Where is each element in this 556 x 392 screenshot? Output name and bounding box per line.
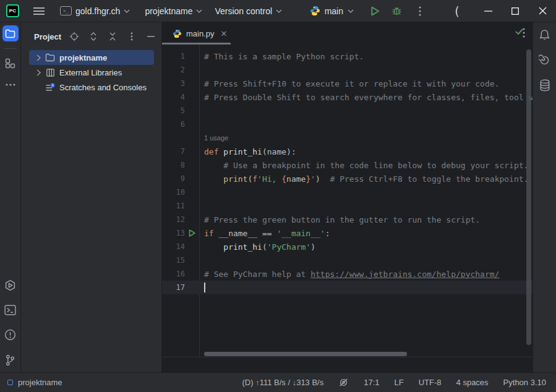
line-number[interactable]: 14 bbox=[162, 242, 185, 251]
tree-item-scratches[interactable]: Scratches and Consoles bbox=[21, 80, 161, 95]
code-area[interactable]: 1# This is a sample Python script.23# Pr… bbox=[162, 45, 532, 372]
line-number[interactable]: 17 bbox=[162, 283, 185, 292]
line-separator-widget[interactable]: LF bbox=[395, 378, 404, 387]
git-tool-button[interactable] bbox=[5, 354, 15, 366]
problems-icon bbox=[4, 329, 16, 341]
more-actions-button[interactable] bbox=[410, 2, 430, 20]
tree-item-projektname[interactable]: projektname bbox=[21, 50, 161, 65]
code-line-text[interactable]: # Press Shift+F10 to execute it or repla… bbox=[199, 79, 532, 88]
maximize-button[interactable] bbox=[502, 0, 529, 22]
tree-item-label: External Libraries bbox=[59, 68, 122, 77]
highlighting-status-button[interactable] bbox=[338, 377, 349, 388]
tab-main-py[interactable]: main.py ✕ bbox=[162, 22, 234, 45]
line-number[interactable]: 1 bbox=[162, 52, 185, 61]
expand-selector-button[interactable] bbox=[88, 31, 99, 42]
run-button[interactable] bbox=[365, 2, 385, 20]
status-project-widget[interactable]: projektname bbox=[7, 378, 62, 387]
chevron-right-icon[interactable] bbox=[33, 69, 43, 76]
editor-tab-bar: main.py ✕ bbox=[162, 22, 532, 45]
code-row: 15 bbox=[162, 254, 532, 267]
remote-host-widget[interactable]: >_ gold.fhgr.ch bbox=[56, 2, 134, 20]
terminal-tool-button[interactable] bbox=[4, 305, 16, 315]
line-number[interactable]: 4 bbox=[162, 93, 185, 101]
encoding-widget[interactable]: UTF-8 bbox=[419, 378, 442, 387]
database-button[interactable] bbox=[539, 79, 550, 92]
minus-icon bbox=[147, 36, 155, 37]
horizontal-scrollbar[interactable] bbox=[204, 352, 407, 356]
locate-file-button[interactable] bbox=[69, 31, 80, 42]
kebab-menu-icon bbox=[419, 6, 421, 16]
code-row: 11 bbox=[162, 199, 532, 213]
structure-icon bbox=[5, 58, 15, 69]
line-number[interactable]: 5 bbox=[162, 106, 185, 115]
code-lines: 1# This is a sample Python script.23# Pr… bbox=[162, 49, 532, 294]
code-line-text[interactable]: def print_hi(name): bbox=[199, 147, 532, 156]
close-button[interactable] bbox=[529, 0, 556, 22]
tree-item-external-libraries[interactable]: External Libraries bbox=[21, 65, 161, 80]
minimize-icon bbox=[484, 11, 492, 12]
project-tool-button[interactable] bbox=[2, 25, 19, 41]
code-line-text[interactable]: # See PyCharm help at https://www.jetbra… bbox=[199, 270, 532, 279]
line-number[interactable]: 3 bbox=[162, 79, 185, 88]
hide-panel-button[interactable] bbox=[145, 31, 156, 42]
code-line-text[interactable]: if __name__ == '__main__': bbox=[199, 229, 532, 238]
run-config-widget[interactable]: main bbox=[307, 6, 356, 16]
vcs-widget[interactable]: Version control bbox=[211, 2, 286, 20]
usage-inlay-hint[interactable]: 1 usage bbox=[199, 134, 228, 142]
chevron-down-icon bbox=[124, 9, 130, 13]
code-line-text[interactable]: # Use a breakpoint in the code line belo… bbox=[199, 161, 532, 170]
line-number[interactable]: 7 bbox=[162, 147, 185, 156]
project-status-icon bbox=[7, 380, 13, 385]
run-config-label: main bbox=[325, 6, 343, 16]
network-traffic-indicator[interactable]: (D) ↑111 B/s / ↓313 B/s bbox=[242, 378, 324, 387]
line-number[interactable]: 11 bbox=[162, 202, 185, 210]
line-number[interactable]: 2 bbox=[162, 66, 185, 74]
project-widget[interactable]: projektname bbox=[141, 2, 206, 20]
code-line-text[interactable]: # Press Double Shift to search everywher… bbox=[199, 93, 532, 102]
run-line-icon[interactable] bbox=[189, 229, 195, 237]
line-number[interactable]: 13 bbox=[162, 229, 185, 237]
notifications-button[interactable] bbox=[539, 29, 550, 41]
gutter-icon-slot[interactable] bbox=[185, 229, 199, 237]
terminal-icon bbox=[4, 305, 16, 315]
code-row: 2 bbox=[162, 63, 532, 77]
code-line-text[interactable]: # Press the green button in the gutter t… bbox=[199, 215, 532, 224]
debug-button[interactable] bbox=[387, 2, 406, 20]
collapse-all-button[interactable] bbox=[107, 31, 118, 42]
vertical-scrollbar[interactable] bbox=[526, 49, 531, 345]
inspection-status-icon[interactable] bbox=[515, 28, 523, 35]
tab-close-icon[interactable]: ✕ bbox=[221, 29, 228, 38]
more-tool-windows-button[interactable] bbox=[2, 77, 19, 93]
problems-tool-button[interactable] bbox=[4, 329, 16, 341]
remote-host-label: gold.fhgr.ch bbox=[75, 6, 120, 16]
caret-position-widget[interactable]: 17:1 bbox=[364, 378, 379, 387]
code-line-text[interactable] bbox=[199, 283, 532, 293]
line-number[interactable]: 16 bbox=[162, 270, 185, 278]
main-menu-button[interactable] bbox=[30, 2, 48, 20]
ai-assistant-button[interactable] bbox=[539, 54, 550, 66]
crescent-icon[interactable]: ( bbox=[443, 0, 471, 22]
line-number[interactable]: 12 bbox=[162, 215, 185, 224]
line-number[interactable]: 15 bbox=[162, 256, 185, 265]
code-line-text[interactable]: # This is a sample Python script. bbox=[199, 52, 532, 61]
chevron-right-icon[interactable] bbox=[33, 54, 43, 61]
structure-tool-button[interactable] bbox=[2, 55, 19, 71]
project-widget-label: projektname bbox=[145, 6, 192, 16]
line-number[interactable]: 8 bbox=[162, 161, 185, 169]
line-number[interactable]: 10 bbox=[162, 188, 185, 197]
interpreter-widget[interactable]: Python 3.10 bbox=[503, 378, 546, 387]
code-row: 7def print_hi(name): bbox=[162, 145, 532, 158]
minimize-button[interactable] bbox=[474, 0, 502, 22]
code-line-text[interactable]: print_hi('PyCharm') bbox=[199, 242, 532, 252]
line-number[interactable]: 6 bbox=[162, 120, 185, 129]
vcs-widget-label: Version control bbox=[215, 6, 272, 16]
pycharm-window: PC >_ gold.fhgr.ch projektname Version c… bbox=[0, 0, 556, 392]
run-tool-button[interactable] bbox=[4, 279, 16, 291]
collapse-all-icon bbox=[108, 32, 117, 41]
chevron-down-icon bbox=[196, 9, 202, 13]
indent-widget[interactable]: 4 spaces bbox=[456, 378, 489, 387]
panel-options-button[interactable] bbox=[126, 31, 137, 42]
pycharm-logo: PC bbox=[6, 4, 19, 17]
code-line-text[interactable]: print(f'Hi, {name}') # Press Ctrl+F8 to … bbox=[199, 174, 532, 184]
line-number[interactable]: 9 bbox=[162, 174, 185, 183]
